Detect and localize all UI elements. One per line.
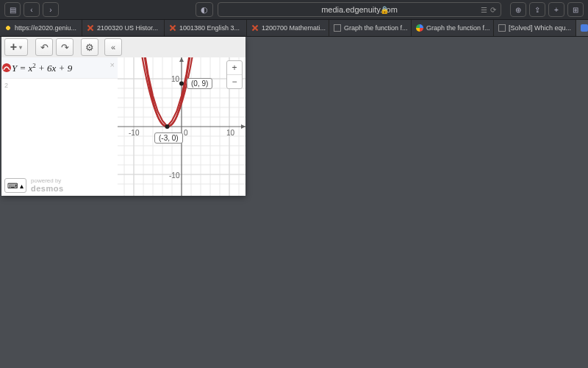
redo-button[interactable]: ↷ — [56, 38, 74, 56]
desmos-logo: desmos — [31, 184, 64, 193]
reader-icon[interactable]: ☰ — [481, 6, 487, 14]
share-button[interactable]: ⇪ — [529, 2, 545, 17]
back-button[interactable]: ‹ — [24, 2, 40, 17]
tab-label: https://e2020.geniu... — [15, 24, 76, 32]
privacy-shield-icon[interactable]: ◐ — [196, 2, 213, 17]
tab-5[interactable]: Graph the function f... — [412, 20, 494, 36]
svg-point-32 — [165, 124, 170, 129]
point-label-yint: (0, 9) — [187, 78, 212, 89]
axis-label: 10 — [171, 75, 179, 83]
svg-marker-30 — [241, 124, 245, 129]
new-tab-button[interactable]: + — [548, 2, 564, 17]
point-label-vertex: (-3, 0) — [154, 132, 183, 144]
browser-toolbar: ▤ ‹ › ◐ 🔒 media.edgenuity.com ☰⟳ ⊕ ⇪ + ⊞ — [0, 0, 588, 20]
address-bar[interactable]: 🔒 media.edgenuity.com ☰⟳ — [218, 2, 501, 17]
axis-label: -10 — [129, 129, 139, 137]
tab-1[interactable]: 2100320 US Histor... — [82, 20, 165, 36]
expression-footer: ⌨ ▴ powered by desmos — [4, 178, 64, 193]
expression-row-empty[interactable]: 2 — [1, 79, 118, 92]
svg-marker-31 — [179, 57, 184, 62]
bulb-icon — [4, 24, 12, 32]
row-index: 2 — [4, 82, 8, 89]
axis-label: 0 — [184, 129, 188, 137]
powered-by-label: powered by — [31, 178, 64, 184]
tab-4[interactable]: Graph the function f... — [329, 20, 412, 36]
add-expression-button[interactable]: + — [4, 38, 28, 56]
expression-text[interactable]: Y = x2 + 6x + 9 — [12, 62, 72, 74]
svg-point-33 — [179, 82, 184, 86]
google-icon — [416, 24, 423, 32]
tab-label: 1001380 English 3... — [179, 24, 240, 32]
undo-button[interactable]: ↶ — [35, 38, 53, 56]
desmos-icon — [581, 24, 588, 32]
zoom-out-button[interactable]: − — [227, 75, 242, 88]
zoom-controls: + − — [226, 60, 243, 89]
tab-7[interactable]: Desmos Graphing C... — [576, 20, 588, 36]
keyboard-button[interactable]: ⌨ ▴ — [4, 178, 26, 193]
delete-expression-icon[interactable]: × — [110, 60, 115, 69]
desmos-toolbar: + ↶ ↷ ⚙ « — [1, 37, 245, 58]
tab-overview-button[interactable]: ⊞ — [567, 2, 584, 17]
tab-strip: https://e2020.geniu... 2100320 US Histor… — [0, 20, 588, 37]
collapse-panel-button[interactable]: « — [104, 38, 122, 56]
zoom-in-button[interactable]: + — [227, 61, 242, 75]
square-icon — [334, 24, 341, 32]
tab-label: [Solved] Which equ... — [509, 24, 571, 32]
forward-button[interactable]: › — [43, 2, 59, 17]
svg-point-0 — [2, 63, 11, 72]
tab-6[interactable]: [Solved] Which equ... — [494, 20, 576, 36]
expression-list: Y = x2 + 6x + 9 × 2 ⌨ ▴ powered by desmo… — [1, 57, 118, 196]
graph-pane[interactable]: -10 0 10 10 -10 (-3, 0) (0, 9) + − — [118, 57, 245, 196]
x-icon — [87, 24, 94, 32]
tab-label: 1200700 Mathemati... — [262, 24, 326, 32]
tab-3[interactable]: 1200700 Mathemati... — [247, 20, 329, 36]
expression-row[interactable]: Y = x2 + 6x + 9 × — [1, 57, 118, 79]
tab-0[interactable]: https://e2020.geniu... — [0, 20, 82, 36]
axis-label: 10 — [226, 129, 234, 137]
axis-label: -10 — [169, 171, 179, 180]
desmos-frame: + ↶ ↷ ⚙ « 🔧 Y = x2 + 6x + 9 × 2 ⌨ ▴ powe… — [1, 37, 245, 196]
x-icon — [169, 24, 176, 32]
x-icon — [251, 24, 259, 32]
tab-label: Graph the function f... — [426, 24, 490, 32]
expression-color-icon[interactable] — [1, 57, 12, 78]
settings-button[interactable]: ⚙ — [81, 38, 98, 56]
tab-2[interactable]: 1001380 English 3... — [165, 20, 247, 36]
lock-icon: 🔒 — [380, 6, 389, 14]
downloads-button[interactable]: ⊕ — [510, 2, 526, 17]
tab-label: 2100320 US Histor... — [97, 24, 158, 32]
reload-icon[interactable]: ⟳ — [490, 6, 496, 14]
square-icon — [498, 24, 506, 32]
sidebar-toggle[interactable]: ▤ — [4, 2, 21, 17]
tab-label: Graph the function f... — [344, 24, 408, 32]
